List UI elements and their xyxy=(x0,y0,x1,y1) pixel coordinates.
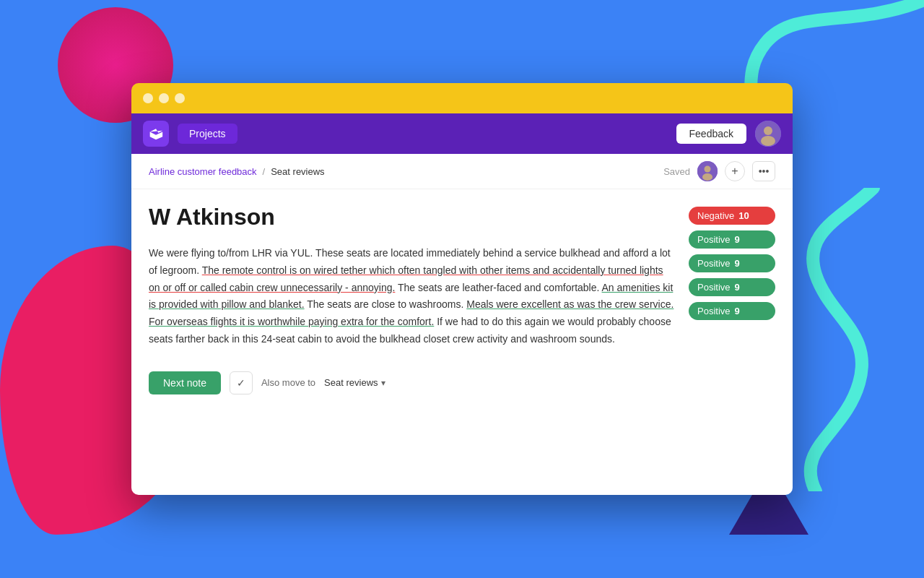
tag-positive-4[interactable]: Positive 9 xyxy=(689,302,775,320)
body-text-mid: The seats are leather-faced and comforta… xyxy=(398,282,599,293)
nav-left: Projects xyxy=(143,121,237,147)
body-text-mid2: The seats are close to washrooms. xyxy=(307,298,463,310)
breadcrumb-parent-link[interactable]: Airline customer feedback xyxy=(149,166,257,177)
tag-positive-2-label: Positive xyxy=(697,258,731,269)
tag-positive-3-label: Positive xyxy=(697,282,731,293)
breadcrumb-actions: Saved + ••• xyxy=(663,161,775,181)
action-bar: Next note ✓ Also move to Seat reviews ▾ xyxy=(149,361,674,394)
check-button[interactable]: ✓ xyxy=(230,371,253,394)
add-collaborator-button[interactable]: + xyxy=(725,161,745,181)
feedback-button[interactable]: Feedback xyxy=(676,124,746,144)
more-options-button[interactable]: ••• xyxy=(752,161,775,181)
tag-positive-1[interactable]: Positive 9 xyxy=(689,230,775,249)
collaborator-avatar xyxy=(697,161,718,181)
app-content: Airline customer feedback / Seat reviews… xyxy=(131,154,793,495)
chevron-down-icon: ▾ xyxy=(381,378,385,388)
browser-dot-red xyxy=(143,93,153,103)
document-title: W Atkinson xyxy=(149,204,674,230)
tag-positive-2[interactable]: Positive 9 xyxy=(689,254,775,272)
user-avatar-nav xyxy=(755,121,781,147)
svg-point-5 xyxy=(702,173,712,181)
tag-positive-3-count: 9 xyxy=(735,282,740,293)
tag-negative-count: 10 xyxy=(738,210,749,221)
nav-right: Feedback xyxy=(676,121,781,147)
tag-negative-label: Negative xyxy=(697,210,734,221)
tag-negative[interactable]: Negative 10 xyxy=(689,207,775,225)
next-note-button[interactable]: Next note xyxy=(149,371,221,394)
projects-button[interactable]: Projects xyxy=(178,124,237,144)
breadcrumb-separator: / xyxy=(263,166,266,177)
browser-window: Projects Feedback Airline customer feedb… xyxy=(131,83,793,495)
breadcrumb-current: Seat reviews xyxy=(271,166,324,177)
tag-positive-1-count: 9 xyxy=(735,234,740,245)
app-nav: Projects Feedback xyxy=(131,113,793,154)
browser-titlebar xyxy=(131,83,793,113)
svg-point-4 xyxy=(705,166,711,173)
move-location-label: Seat reviews xyxy=(324,377,378,388)
tag-positive-4-label: Positive xyxy=(697,306,731,316)
tag-positive-1-label: Positive xyxy=(697,234,731,245)
tags-sidebar: Negative 10 Positive 9 Positive 9 Positi… xyxy=(689,204,775,484)
browser-dot-green xyxy=(175,93,185,103)
also-move-to-label: Also move to xyxy=(261,377,315,388)
breadcrumb-bar: Airline customer feedback / Seat reviews… xyxy=(131,154,793,189)
doc-main: W Atkinson We were flying to/from LHR vi… xyxy=(149,204,674,484)
tag-positive-2-count: 9 xyxy=(735,258,740,269)
browser-dot-yellow xyxy=(159,93,169,103)
tag-positive-3[interactable]: Positive 9 xyxy=(689,278,775,296)
tag-positive-4-count: 9 xyxy=(735,306,740,316)
body-text-positive-highlight-2: Meals were excellent as was the crew ser… xyxy=(466,298,674,310)
doc-area: W Atkinson We were flying to/from LHR vi… xyxy=(131,189,793,495)
svg-point-1 xyxy=(764,126,772,135)
body-text-positive-highlight-3: For overseas flights it is worthwhile pa… xyxy=(149,316,434,327)
move-location-selector[interactable]: Seat reviews ▾ xyxy=(324,377,385,388)
document-body: We were flying to/from LHR via YUL. Thes… xyxy=(149,245,674,348)
saved-label: Saved xyxy=(663,166,690,177)
app-logo xyxy=(143,121,169,147)
svg-point-2 xyxy=(761,136,775,146)
breadcrumb: Airline customer feedback / Seat reviews xyxy=(149,166,325,177)
